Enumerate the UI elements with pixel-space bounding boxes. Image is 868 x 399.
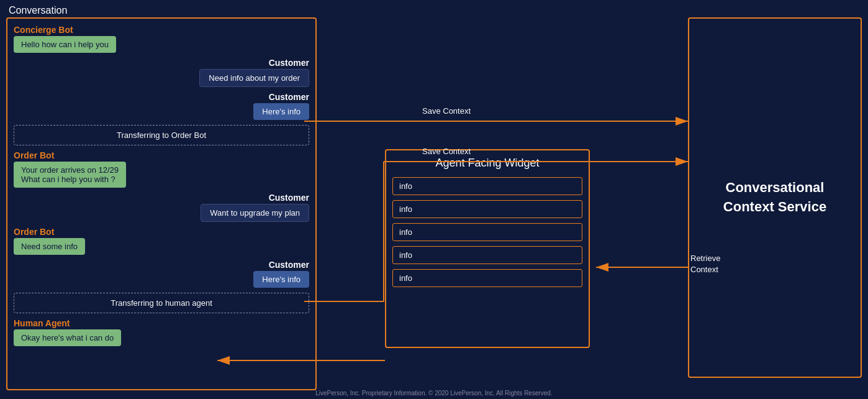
order-bot-label-1: Order Bot <box>14 150 54 160</box>
save-context-label-1: Save Context <box>422 106 471 116</box>
human-agent-okay-bubble: Okay here's what i can do <box>14 329 121 346</box>
transfer-human-bubble: Transferring to human agent <box>14 293 309 313</box>
customer-section-2: Customer Here's info <box>14 92 309 120</box>
conversation-panel: Concierge Bot Hello how can i help you C… <box>6 17 317 390</box>
customer-section-1: Customer Need info about my order <box>14 58 309 87</box>
concierge-bot-section: Concierge Bot Hello how can i help you <box>14 25 309 53</box>
info-row-5: info <box>392 269 582 287</box>
customer-section-3: Customer Want to upgrade my plan <box>14 193 309 222</box>
context-service-title: Conversational Context Service <box>711 166 839 229</box>
order-bot-need-info-bubble: Need some info <box>14 238 85 255</box>
customer-section-4: Customer Here's info <box>14 260 309 288</box>
concierge-hello-bubble: Hello how can i help you <box>14 36 116 53</box>
page-title: Conversation <box>9 5 67 16</box>
agent-widget-box: Agent Facing Widget info info info info … <box>385 149 590 348</box>
customer-upgrade-bubble: Want to upgrade my plan <box>201 204 309 222</box>
info-row-1: info <box>392 177 582 195</box>
customer-label-3: Customer <box>269 193 309 203</box>
customer-label-1: Customer <box>269 58 309 68</box>
order-bot-label-2: Order Bot <box>14 227 54 237</box>
customer-heres-info-1-bubble: Here's info <box>253 103 309 120</box>
context-service-box: Conversational Context Service <box>688 17 862 378</box>
customer-label-4: Customer <box>269 260 309 270</box>
customer-label-2: Customer <box>269 92 309 102</box>
info-row-2: info <box>392 200 582 218</box>
order-bot-section-2: Order Bot Need some info <box>14 227 309 255</box>
order-bot-arrives-bubble: Your order arrives on 12/29 What can i h… <box>14 162 126 188</box>
customer-order-bubble: Need info about my order <box>199 69 309 87</box>
human-agent-section: Human Agent Okay here's what i can do <box>14 318 309 346</box>
transfer-order-bubble: Transferring to Order Bot <box>14 125 309 145</box>
order-bot-section-1: Order Bot Your order arrives on 12/29 Wh… <box>14 150 309 188</box>
customer-heres-info-2-bubble: Here's info <box>253 271 309 288</box>
info-row-4: info <box>392 246 582 264</box>
concierge-bot-label: Concierge Bot <box>14 25 73 35</box>
human-agent-label: Human Agent <box>14 318 70 328</box>
footer-text: LivePerson, Inc. Proprietary Information… <box>315 390 552 397</box>
agent-widget-title: Agent Facing Widget <box>392 157 582 170</box>
info-row-3: info <box>392 223 582 241</box>
